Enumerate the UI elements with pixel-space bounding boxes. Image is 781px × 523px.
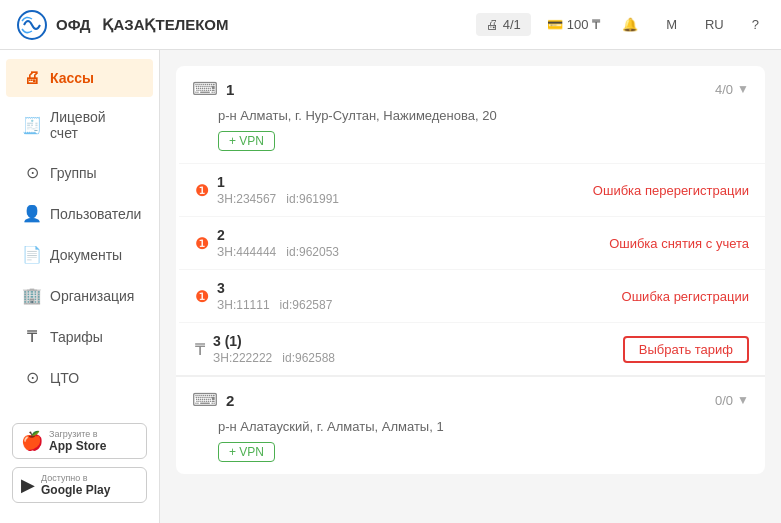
sidebar-store-buttons: 🍎 Загрузите в App Store ▶ Доступно в Goo… [0, 411, 159, 515]
location-2-header: ⌨ 2 0/0 ▼ [176, 377, 765, 419]
sidebar-item-gruppy[interactable]: ⊙ Группы [6, 153, 153, 192]
error-icon-2: ❶ [195, 234, 209, 253]
vpn-button-2[interactable]: + VPN [218, 442, 275, 462]
tarify-icon: ₸ [22, 327, 42, 346]
error-icon-1: ❶ [195, 181, 209, 200]
register-row-1-4: ₸ 3 (1) ЗН:222222 id:962588 Выбрать тари… [179, 322, 765, 375]
main-layout: 🖨 Кассы 🧾 Лицевой счет ⊙ Группы 👤 Пользо… [0, 50, 781, 523]
polzovateli-icon: 👤 [22, 204, 42, 223]
location-2-num: 2 [226, 392, 234, 409]
badge-icon: 🖨 [486, 17, 499, 32]
register-num-1-2: 2 [217, 227, 225, 243]
app-container: ОФД ҚАЗАҚТЕЛЕКОМ 🖨 4/1 💳 100 ₸ 🔔 М RU ? … [0, 0, 781, 523]
location-1-header: ⌨ 1 4/0 ▼ [176, 66, 765, 108]
location-1-icon: ⌨ [192, 78, 218, 100]
register-error-1-3: Ошибка регистрации [622, 289, 749, 304]
google-play-button[interactable]: ▶ Доступно в Google Play [12, 467, 147, 503]
apple-icon: 🍎 [21, 430, 43, 452]
register-error-1-1: Ошибка перерегистрации [593, 183, 749, 198]
content-area: ⌨ 1 4/0 ▼ р-н Алматы, г. Нур-Султан, Наж… [160, 50, 781, 523]
sidebar-label-licevoy: Лицевой счет [50, 109, 137, 141]
register-details-1-1: ЗН:234567 id:961991 [217, 192, 339, 206]
balance-display: 💳 100 ₸ [547, 17, 600, 32]
badge-counter[interactable]: 🖨 4/1 [476, 13, 531, 36]
location-block-2: ⌨ 2 0/0 ▼ р-н Алатауский, г. Алматы, Алм… [176, 376, 765, 474]
sidebar-label-organizaciya: Организация [50, 288, 134, 304]
locations-list: ⌨ 1 4/0 ▼ р-н Алматы, г. Нур-Султан, Наж… [176, 66, 765, 474]
app-store-button[interactable]: 🍎 Загрузите в App Store [12, 423, 147, 459]
register-details-1-3: ЗН:11111 id:962587 [217, 298, 332, 312]
logo-text: ОФД [56, 16, 90, 33]
sidebar-label-polzovateli: Пользователи [50, 206, 141, 222]
location-1-count: 4/0 [715, 82, 733, 97]
register-row-1-3: ❶ 3 ЗН:11111 id:962587 Ошибка регистраци… [179, 269, 765, 322]
location-1-num: 1 [226, 81, 234, 98]
google-play-name: Google Play [41, 483, 110, 497]
kassas-icon: 🖨 [22, 69, 42, 87]
sidebar-item-kassas[interactable]: 🖨 Кассы [6, 59, 153, 97]
organizaciya-icon: 🏢 [22, 286, 42, 305]
location-2-address: р-н Алатауский, г. Алматы, Алматы, 1 [176, 419, 765, 442]
sidebar-label-gruppy: Группы [50, 165, 97, 181]
sidebar-item-dokumenty[interactable]: 📄 Документы [6, 235, 153, 274]
help-icon[interactable]: ? [746, 13, 765, 36]
logo-icon [16, 9, 48, 41]
sidebar-label-dokumenty: Документы [50, 247, 122, 263]
company-name: ҚАЗАҚТЕЛЕКОМ [102, 16, 228, 34]
header: ОФД ҚАЗАҚТЕЛЕКОМ 🖨 4/1 💳 100 ₸ 🔔 М RU ? [0, 0, 781, 50]
sidebar-item-tarify[interactable]: ₸ Тарифы [6, 317, 153, 356]
select-tariff-button[interactable]: Выбрать тариф [623, 336, 749, 363]
balance-icon: 💳 [547, 17, 563, 32]
licevoy-icon: 🧾 [22, 116, 42, 135]
tenge-icon-1: ₸ [195, 340, 205, 359]
register-rows-1: ❶ 1 ЗН:234567 id:961991 Ошибка перерегис… [176, 163, 765, 375]
location-2-chevron[interactable]: ▼ [737, 393, 749, 407]
google-play-icon: ▶ [21, 474, 35, 496]
google-play-sub: Доступно в [41, 473, 110, 483]
location-1-chevron[interactable]: ▼ [737, 82, 749, 96]
location-2-count: 0/0 [715, 393, 733, 408]
location-block-1: ⌨ 1 4/0 ▼ р-н Алматы, г. Нур-Султан, Наж… [176, 66, 765, 376]
badge-value: 4/1 [503, 17, 521, 32]
language-switch[interactable]: RU [699, 13, 730, 36]
register-details-1-4: ЗН:222222 id:962588 [213, 351, 335, 365]
vpn-button-1[interactable]: + VPN [218, 131, 275, 151]
error-icon-3: ❶ [195, 287, 209, 306]
register-error-1-2: Ошибка снятия с учета [609, 236, 749, 251]
sidebar-item-licevoy[interactable]: 🧾 Лицевой счет [6, 99, 153, 151]
register-num-1-1: 1 [217, 174, 225, 190]
sidebar: 🖨 Кассы 🧾 Лицевой счет ⊙ Группы 👤 Пользо… [0, 50, 160, 523]
sidebar-label-kassas: Кассы [50, 70, 94, 86]
sidebar-label-tarify: Тарифы [50, 329, 103, 345]
sidebar-item-cto[interactable]: ⊙ ЦТО [6, 358, 153, 397]
cto-icon: ⊙ [22, 368, 42, 387]
location-2-actions: + VPN [176, 442, 765, 474]
register-action-1-4: Выбрать тариф [623, 336, 749, 363]
app-store-name: App Store [49, 439, 106, 453]
gruppy-icon: ⊙ [22, 163, 42, 182]
dokumenty-icon: 📄 [22, 245, 42, 264]
location-1-address: р-н Алматы, г. Нур-Султан, Нажимеденова,… [176, 108, 765, 131]
register-num-1-4: 3 (1) [213, 333, 242, 349]
balance-value: 100 ₸ [567, 17, 600, 32]
sidebar-item-polzovateli[interactable]: 👤 Пользователи [6, 194, 153, 233]
sidebar-item-organizaciya[interactable]: 🏢 Организация [6, 276, 153, 315]
register-num-1-3: 3 [217, 280, 225, 296]
register-details-1-2: ЗН:444444 id:962053 [217, 245, 339, 259]
register-row-1-2: ❶ 2 ЗН:444444 id:962053 Ошибка снятия с … [179, 216, 765, 269]
register-row-1-1: ❶ 1 ЗН:234567 id:961991 Ошибка перерегис… [179, 163, 765, 216]
logo: ОФД ҚАЗАҚТЕЛЕКОМ [16, 9, 228, 41]
notifications-icon[interactable]: 🔔 [616, 13, 644, 36]
location-1-actions: + VPN [176, 131, 765, 163]
app-store-sub: Загрузите в [49, 429, 106, 439]
location-2-icon: ⌨ [192, 389, 218, 411]
user-avatar[interactable]: М [660, 13, 683, 36]
sidebar-label-cto: ЦТО [50, 370, 79, 386]
